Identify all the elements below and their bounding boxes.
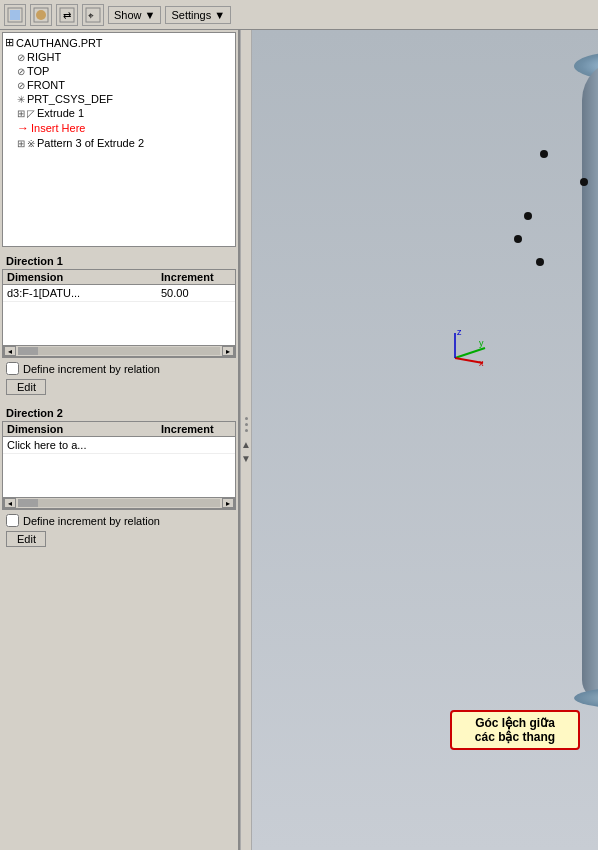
main-container: ⊞ CAUTHANG.PRT ⊘ RIGHT ⊘ TOP ⊘ FRONT ✳: [0, 30, 598, 850]
viewport-inner: y x z 1 2 10.00 A_2: [252, 30, 598, 850]
svg-text:⇄: ⇄: [63, 10, 71, 21]
direction2-label: Direction 2: [2, 405, 236, 421]
tree-root-label: CAUTHANG.PRT: [16, 37, 103, 49]
tree-item-extrude1[interactable]: ⊞ ◸ Extrude 1: [17, 106, 233, 120]
3d-viewport[interactable]: y x z 1 2 10.00 A_2: [252, 30, 598, 850]
vertical-splitter[interactable]: ▲ ▼: [240, 30, 252, 850]
csys-icon: ✳: [17, 94, 25, 105]
tree-item-insert[interactable]: → Insert Here: [17, 120, 233, 136]
feature-dot-5: [536, 258, 544, 266]
direction1-checkbox[interactable]: [6, 362, 19, 375]
splitter-arrow-up: ▲: [241, 439, 251, 450]
column-body: [582, 60, 598, 700]
direction2-edit-button[interactable]: Edit: [6, 531, 46, 547]
extrude-icon: ◸: [27, 108, 35, 119]
direction1-checkbox-label: Define increment by relation: [23, 363, 160, 375]
left-panel: ⊞ CAUTHANG.PRT ⊘ RIGHT ⊘ TOP ⊘ FRONT ✳: [0, 30, 240, 850]
direction1-section: Direction 1 Dimension Increment d3:F-1[D…: [2, 253, 236, 397]
direction2-checkbox[interactable]: [6, 514, 19, 527]
tree-item-label7: Pattern 3 of Extrude 2: [37, 137, 144, 149]
plane-icon: ⊘: [17, 52, 25, 63]
svg-text:x: x: [479, 358, 484, 368]
svg-text:⌖: ⌖: [88, 10, 94, 21]
tree-item-label: RIGHT: [27, 51, 61, 63]
scroll2-left-arrow[interactable]: ◂: [4, 498, 16, 508]
scroll2-track[interactable]: [18, 499, 220, 507]
svg-text:z: z: [457, 328, 462, 337]
scroll-thumb[interactable]: [18, 347, 38, 355]
direction2-checkbox-row: Define increment by relation: [2, 512, 236, 529]
inc2-col-header: Increment: [161, 423, 231, 435]
icon1[interactable]: [4, 4, 26, 26]
tree-item-label5: Extrude 1: [37, 107, 84, 119]
direction2-section: Direction 2 Dimension Increment Click he…: [2, 405, 236, 549]
dim2-col-header: Dimension: [7, 423, 161, 435]
direction1-dim-cell: d3:F-1[DATU...: [7, 287, 161, 299]
feature-dot-3: [524, 212, 532, 220]
scroll-right-arrow[interactable]: ▸: [222, 346, 234, 356]
direction2-row[interactable]: Click here to a...: [3, 437, 235, 454]
svg-rect-1: [10, 10, 20, 20]
tree-root[interactable]: ⊞ CAUTHANG.PRT: [5, 35, 233, 50]
direction2-checkbox-label: Define increment by relation: [23, 515, 160, 527]
direction1-table: Dimension Increment d3:F-1[DATU... 50.00…: [2, 269, 236, 358]
show-button[interactable]: Show ▼: [108, 6, 161, 24]
tree-item-top[interactable]: ⊘ TOP: [17, 64, 233, 78]
tree-item-csys[interactable]: ✳ PRT_CSYS_DEF: [17, 92, 233, 106]
direction1-inc-cell: 50.00: [161, 287, 231, 299]
icon2[interactable]: [30, 4, 52, 26]
direction2-dim-cell: Click here to a...: [7, 439, 161, 451]
tree-item-front[interactable]: ⊘ FRONT: [17, 78, 233, 92]
plane-icon2: ⊘: [17, 66, 25, 77]
insert-arrow-icon: →: [17, 121, 29, 135]
splitter-dot: [245, 417, 248, 420]
dim-col-header: Dimension: [7, 271, 161, 283]
main-toolbar: ⇄ ⌖ Show ▼ Settings ▼: [0, 0, 598, 30]
column-bottom-cap: [574, 688, 598, 708]
icon4[interactable]: ⌖: [82, 4, 104, 26]
inc-col-header: Increment: [161, 271, 231, 283]
scroll-left-arrow[interactable]: ◂: [4, 346, 16, 356]
show-label: Show ▼: [114, 9, 155, 21]
model-tree: ⊞ CAUTHANG.PRT ⊘ RIGHT ⊘ TOP ⊘ FRONT ✳: [2, 32, 236, 247]
annotation-text: Góc lệch giữacác bậc thang: [475, 716, 555, 744]
feature-dot-2: [580, 178, 588, 186]
annotation-box: Góc lệch giữacác bậc thang: [450, 710, 580, 750]
expand-icon: ⊞: [17, 108, 25, 119]
direction2-inc-cell: [161, 439, 231, 451]
scroll2-right-arrow[interactable]: ▸: [222, 498, 234, 508]
direction1-row[interactable]: d3:F-1[DATU... 50.00: [3, 285, 235, 302]
direction1-edit-button[interactable]: Edit: [6, 379, 46, 395]
direction1-table-header: Dimension Increment: [3, 270, 235, 285]
splitter-dot3: [245, 429, 248, 432]
tree-item-pattern[interactable]: ⊞ ※ Pattern 3 of Extrude 2: [17, 136, 233, 150]
coordinate-axes: y x z: [435, 328, 490, 385]
feature-dot-4: [514, 235, 522, 243]
scroll2-thumb[interactable]: [18, 499, 38, 507]
direction1-checkbox-row: Define increment by relation: [2, 360, 236, 377]
tree-item-label3: FRONT: [27, 79, 65, 91]
direction1-scrollbar[interactable]: ◂ ▸: [3, 345, 235, 357]
svg-line-8: [455, 348, 485, 358]
direction1-label: Direction 1: [2, 253, 236, 269]
direction2-table: Dimension Increment Click here to a... ◂…: [2, 421, 236, 510]
tree-item-label6: Insert Here: [31, 122, 85, 134]
feature-dot-1: [540, 150, 548, 158]
tree-item-right[interactable]: ⊘ RIGHT: [17, 50, 233, 64]
direction2-scrollbar[interactable]: ◂ ▸: [3, 497, 235, 509]
settings-label: Settings ▼: [171, 9, 225, 21]
expand-icon2: ⊞: [17, 138, 25, 149]
splitter-dot2: [245, 423, 248, 426]
settings-button[interactable]: Settings ▼: [165, 6, 231, 24]
plane-icon3: ⊘: [17, 80, 25, 91]
direction2-table-body: Click here to a...: [3, 437, 235, 497]
scroll-track[interactable]: [18, 347, 220, 355]
icon3[interactable]: ⇄: [56, 4, 78, 26]
tree-item-label2: TOP: [27, 65, 49, 77]
tree-item-label4: PRT_CSYS_DEF: [27, 93, 113, 105]
tree-expand-icon: ⊞: [5, 36, 14, 49]
svg-text:y: y: [479, 338, 484, 348]
direction2-table-header: Dimension Increment: [3, 422, 235, 437]
direction1-table-body: d3:F-1[DATU... 50.00: [3, 285, 235, 345]
splitter-arrow-down: ▼: [241, 453, 251, 464]
